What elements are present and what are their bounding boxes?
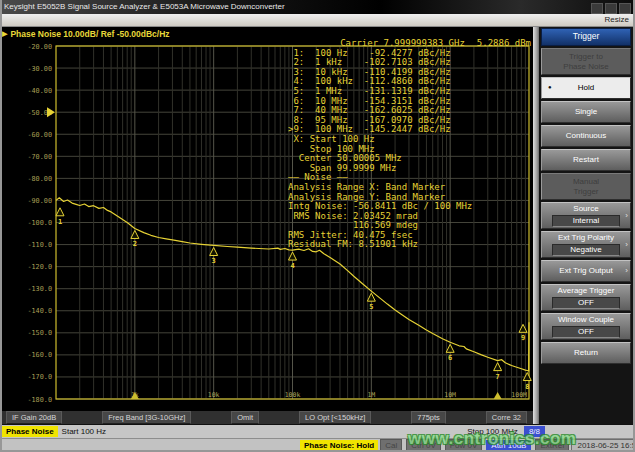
mode-badge: Phase Noise: [2, 426, 58, 437]
svg-text:-160.0: -160.0: [27, 351, 52, 359]
submenu-arrow-icon: ›: [625, 266, 628, 276]
trace-arrow-icon: ▶: [2, 30, 7, 38]
softkey-single[interactable]: Single: [541, 101, 631, 123]
svg-text:100M: 100M: [511, 391, 527, 399]
submenu-arrow-icon: ›: [625, 211, 628, 221]
svg-text:-60.00: -60.00: [27, 131, 52, 139]
svg-text:8: 8: [525, 383, 529, 391]
status-chip: Corre 32: [486, 411, 527, 424]
svg-text:-170.0: -170.0: [27, 373, 52, 381]
svg-text:-110.0: -110.0: [27, 241, 52, 249]
channel-header: ▶ Phase Noise 10.00dB/ Ref -50.00dBc/Hz: [2, 28, 170, 40]
softkey-source-value: Internal: [552, 215, 620, 227]
svg-text:-130.0: -130.0: [27, 285, 52, 293]
status-chip: Freq Band [3G-10GHz]: [102, 411, 191, 424]
svg-text:100k: 100k: [285, 391, 301, 399]
svg-text:-20.00: -20.00: [27, 43, 52, 51]
svg-text:-150.0: -150.0: [27, 329, 52, 337]
carrier-power: 5.2886 dBm: [477, 39, 531, 49]
measurement-screen: ▶ Phase Noise 10.00dB/ Ref -50.00dBc/Hz …: [0, 27, 533, 424]
sweep-start-label: Start 100 Hz: [58, 426, 110, 437]
cal-indicator: Cal: [380, 439, 402, 452]
svg-text:-180.0: -180.0: [27, 396, 52, 404]
resize-menu-item[interactable]: Resize: [605, 15, 629, 24]
svg-text:-90.00: -90.00: [27, 197, 52, 205]
svg-text:1: 1: [58, 218, 62, 226]
submenu-arrow-icon: ›: [625, 240, 628, 250]
svg-text:2: 2: [133, 240, 137, 248]
softkey-window-couple[interactable]: Window CoupleOFF: [541, 313, 631, 340]
channel-header-label: Phase Noise 10.00dB/ Ref -50.00dBc/Hz: [10, 29, 169, 39]
softkey-average-trigger-value: OFF: [552, 297, 620, 309]
title-bar: Keysight E5052B Signal Source Analyzer &…: [0, 0, 635, 14]
status-chip: 775pts: [411, 411, 446, 424]
svg-text:6: 6: [448, 354, 452, 362]
svg-text:1M: 1M: [367, 391, 375, 399]
status-chip: IF Gain 20dB: [6, 411, 62, 424]
softkey-ext-trig-polarity-value: Negative: [552, 244, 620, 256]
svg-text:4: 4: [290, 262, 294, 270]
svg-text:10M: 10M: [444, 391, 456, 399]
softkey-manual-trigger: ManualTrigger: [541, 173, 631, 200]
svg-text:-40.00: -40.00: [27, 87, 52, 95]
softkey-source[interactable]: SourceInternal›: [541, 202, 631, 229]
svg-text:5: 5: [369, 303, 373, 311]
status-chip: Omit: [231, 411, 259, 424]
svg-text:9: 9: [521, 334, 525, 342]
svg-text:-120.0: -120.0: [27, 263, 52, 271]
window-controls: [591, 3, 631, 14]
marker-readout-line: Residual FM: 8.51901 kHz: [288, 240, 531, 250]
softkey-sidebar: TriggerTrigger toPhase NoiseHold●SingleC…: [539, 27, 633, 424]
close-button[interactable]: [619, 3, 631, 14]
minimize-button[interactable]: [591, 3, 603, 14]
softkey-trigger-to-phase-noise: Trigger toPhase Noise: [541, 48, 631, 75]
svg-text:10k: 10k: [208, 391, 220, 399]
status-chip: LO Opt [<150kHz]: [299, 411, 371, 424]
softkey-average-trigger[interactable]: Average TriggerOFF: [541, 284, 631, 311]
softkey-return[interactable]: Return: [541, 342, 631, 364]
softkey-ext-trig-polarity[interactable]: Ext Trig PolarityNegative›: [541, 231, 631, 258]
marker-readout: Carrier 7.999999383 GHz 5.2886 dBm 1: 10…: [288, 39, 531, 250]
svg-text:-140.0: -140.0: [27, 307, 52, 315]
softkey-menu-title: Trigger: [541, 28, 631, 46]
softkey-hold[interactable]: Hold●: [541, 77, 631, 99]
menu-bar: Resize: [0, 14, 635, 27]
softkey-restart[interactable]: Restart: [541, 149, 631, 171]
svg-text:-80.00: -80.00: [27, 175, 52, 183]
selected-bullet-icon: ●: [548, 83, 552, 93]
svg-text:-100.0: -100.0: [27, 219, 52, 227]
watermark: www.cntronics.com: [408, 426, 634, 452]
window-title: Keysight E5052B Signal Source Analyzer &…: [4, 2, 285, 11]
softkey-window-couple-value: OFF: [552, 326, 620, 338]
softkey-ext-trig-output[interactable]: Ext Trig Output›: [541, 260, 631, 282]
app-window: Keysight E5052B Signal Source Analyzer &…: [0, 0, 635, 452]
measurement-status-strip: IF Gain 20dBFreq Band [3G-10GHz]OmitLO O…: [0, 410, 533, 424]
marker-lines: 1: 100 Hz -92.4277 dBc/Hz 2: 1 kHz -102.…: [288, 49, 531, 250]
maximize-button[interactable]: [605, 3, 617, 14]
softkey-continuous[interactable]: Continuous: [541, 125, 631, 147]
svg-text:-70.00: -70.00: [27, 153, 52, 161]
svg-text:3: 3: [212, 257, 216, 265]
svg-text:-30.00: -30.00: [27, 65, 52, 73]
svg-text:7: 7: [496, 373, 500, 381]
trigger-state-badge: Phase Noise: Hold: [300, 440, 378, 451]
